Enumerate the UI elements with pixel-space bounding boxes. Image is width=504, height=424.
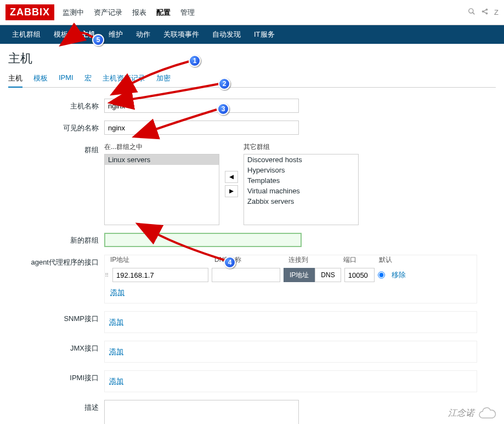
subnav-actions[interactable]: 动作	[129, 25, 157, 44]
group-option[interactable]: Virtual machines	[244, 186, 358, 196]
tab-inventory[interactable]: 主机资产记录	[103, 73, 145, 84]
iface-header-connect: 连接到	[288, 255, 343, 265]
jmx-iface-label: JMX接口	[8, 341, 104, 353]
other-groups-listbox[interactable]: Discovered hosts Hypervisors Templates V…	[243, 154, 359, 225]
svg-point-2	[482, 11, 483, 12]
subnav-hosts[interactable]: 主机	[75, 25, 102, 44]
agent-dns-input[interactable]	[212, 268, 280, 282]
visiblename-label: 可见的名称	[8, 121, 104, 133]
group-option[interactable]: Zabbix servers	[244, 196, 358, 207]
ipmi-add-link[interactable]: 添加	[109, 375, 123, 387]
group-option[interactable]: Discovered hosts	[244, 154, 358, 165]
top-menu-configuration[interactable]: 配置	[156, 8, 171, 18]
subnav-discovery[interactable]: 自动发现	[206, 25, 247, 44]
in-groups-label: 在...群组之中	[104, 142, 219, 152]
watermark: 江念诺	[448, 406, 497, 420]
description-label: 描述	[8, 400, 104, 412]
move-right-button[interactable]: ►	[225, 185, 238, 197]
subnav-templates[interactable]: 模板	[47, 25, 75, 44]
group-option-linux[interactable]: Linux servers	[105, 154, 219, 165]
tab-templates[interactable]: 模板	[33, 73, 48, 84]
visiblename-input[interactable]	[104, 121, 299, 135]
top-menu-reports[interactable]: 报表	[132, 8, 146, 18]
subnav-itservices[interactable]: IT服务	[247, 25, 281, 44]
agent-port-input[interactable]	[344, 268, 375, 282]
top-menu: 监测中 资产记录 报表 配置 管理	[63, 8, 195, 18]
jmx-add-link[interactable]: 添加	[109, 346, 123, 358]
svg-line-5	[484, 10, 486, 11]
tab-ipmi[interactable]: IPMI	[59, 73, 73, 84]
ipmi-iface-label: IPMI接口	[8, 370, 104, 383]
newgroup-label: 新的群组	[8, 233, 104, 245]
connect-ip-button[interactable]: IP地址	[284, 268, 315, 282]
drag-handle-icon[interactable]: ⠿	[105, 272, 109, 278]
in-groups-listbox[interactable]: Linux servers	[104, 154, 219, 225]
snmp-iface-label: SNMP接口	[8, 311, 104, 324]
group-option[interactable]: Hypervisors	[244, 165, 358, 175]
sub-nav: 主机群组 模板 主机 维护 动作 关联项事件 自动发现 IT服务	[0, 25, 504, 44]
move-left-button[interactable]: ◄	[225, 171, 238, 183]
watermark-text: 江念诺	[448, 408, 474, 419]
hostname-label: 主机名称	[8, 99, 104, 111]
iface-header-port: 端口	[343, 255, 379, 265]
subnav-correlation[interactable]: 关联项事件	[157, 25, 206, 44]
connect-dns-button[interactable]: DNS	[315, 268, 341, 282]
svg-line-6	[484, 12, 486, 13]
iface-header-default: 默认	[379, 255, 398, 265]
svg-line-1	[473, 13, 475, 15]
tab-macros[interactable]: 宏	[84, 73, 92, 84]
tabs: 主机 模板 IPMI 宏 主机资产记录 加密	[8, 73, 496, 88]
svg-point-3	[486, 9, 487, 10]
tab-host[interactable]: 主机	[8, 73, 22, 88]
subnav-hostgroups[interactable]: 主机群组	[5, 25, 47, 44]
zabbix-logo[interactable]: ZABBIX	[5, 4, 54, 20]
top-menu-admin[interactable]: 管理	[180, 8, 195, 18]
top-menu-inventory[interactable]: 资产记录	[94, 8, 122, 18]
agent-default-radio[interactable]	[378, 268, 385, 282]
iface-header-dns: DNS名称	[214, 255, 288, 265]
other-groups-label: 其它群组	[243, 142, 359, 152]
subnav-maintenance[interactable]: 维护	[102, 25, 129, 44]
tab-encryption[interactable]: 加密	[156, 73, 171, 84]
snmp-add-link[interactable]: 添加	[109, 316, 123, 328]
groups-label: 群组	[8, 142, 104, 155]
hostname-input[interactable]	[104, 99, 299, 113]
share-icon[interactable]	[481, 8, 489, 17]
group-option[interactable]: Templates	[244, 175, 358, 186]
description-textarea[interactable]	[104, 400, 299, 424]
iface-header-ip: IP地址	[110, 255, 214, 265]
user-letter[interactable]: Z	[494, 8, 499, 16]
search-icon[interactable]	[468, 8, 475, 17]
top-menu-monitoring[interactable]: 监测中	[63, 8, 84, 18]
agent-iface-label: agent代理程序的接口	[8, 255, 104, 267]
svg-point-4	[486, 13, 487, 14]
cloud-icon	[478, 406, 497, 420]
newgroup-input[interactable]	[104, 233, 302, 247]
agent-remove-link[interactable]: 移除	[392, 270, 406, 280]
agent-ip-input[interactable]	[112, 268, 208, 282]
page-title: 主机	[0, 44, 504, 73]
svg-point-0	[469, 9, 473, 13]
agent-add-link[interactable]: 添加	[110, 287, 124, 299]
